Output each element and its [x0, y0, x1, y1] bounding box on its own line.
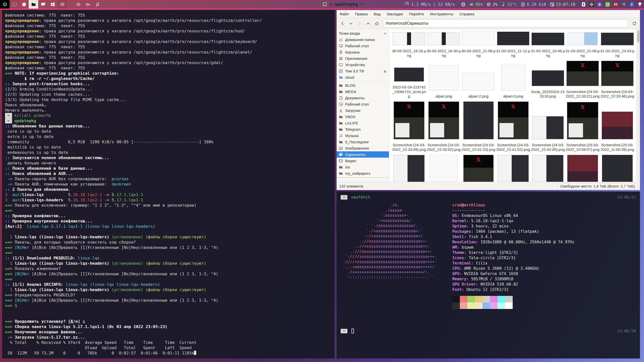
workspace-terminal-icon[interactable] — [10, 0, 19, 9]
forward-button[interactable] — [356, 20, 363, 27]
file-item[interactable]: alpari-3.png — [496, 61, 531, 102]
sidebar-item-12[interactable]: Загрузки — [337, 107, 389, 114]
sidebar-item-11[interactable]: Рабочий стол — [337, 101, 389, 107]
tray-shield-icon[interactable] — [581, 2, 586, 7]
menu-item-4[interactable]: Перейти — [409, 12, 424, 16]
file-item[interactable]: Screenshot-(24-03-2022_22:41:52).png — [496, 102, 531, 155]
menu-item-2[interactable]: Вид — [374, 12, 381, 16]
menu-item-3[interactable]: Закладки — [387, 12, 403, 16]
file-item[interactable] — [565, 155, 600, 182]
terminal-updatepkg[interactable]: файловая система: 775 пакет: 755предупре… — [2, 10, 335, 358]
sidebar-header[interactable]: Точки входа — [337, 30, 389, 36]
file-item[interactable] — [531, 155, 565, 182]
file-item[interactable]: 31-03-2022_11-12.png — [496, 31, 531, 61]
file-item[interactable]: Screenshot-(25-03-2022_10:59:07).png — [565, 102, 600, 155]
scrollbar-thumb[interactable] — [637, 31, 639, 42]
file-item[interactable]: Screenshot-(24-03-2022_22:41:23).png — [461, 102, 496, 155]
file-item[interactable]: 31-03-2022_16-46.png — [531, 31, 565, 61]
file-item[interactable]: 31-03-2022_21-08.png — [565, 31, 600, 61]
file-item[interactable] — [600, 155, 635, 182]
sidebar-item-14[interactable]: LinLIFE — [337, 120, 389, 126]
file-item[interactable]: Screenshot-(24-03-2022_22:33:46).png — [600, 61, 635, 102]
network-speed-module[interactable]: 1.3 MB/s | 22 KB/s — [405, 0, 455, 9]
workspace-firefox-icon[interactable] — [19, 0, 29, 9]
menu-item-6[interactable]: Справка — [460, 12, 474, 16]
file-item[interactable]: 30-03-2022_16-29.png — [392, 31, 426, 61]
path-bar[interactable]: /home/crud/Скриншоты — [383, 19, 628, 27]
file-item[interactable]: 2022-03-24-223742_1308x710_scrot.png — [392, 61, 426, 102]
home-button[interactable] — [373, 20, 380, 27]
clock-module[interactable]: 23:07:10 — [550, 2, 575, 7]
workspace-code-icon[interactable] — [73, 0, 83, 9]
workspace-key-icon[interactable] — [83, 0, 93, 9]
file-item[interactable]: alpari-2.png — [461, 61, 496, 102]
file-item[interactable]: Screenshot-(24-03-2022_22:33:52).png — [426, 102, 461, 155]
file-item[interactable]: Screenshot-(24-03-2022_22:42:05).png — [531, 102, 565, 155]
sidebar-item-5[interactable]: Том 3,0 ТВ — [337, 68, 389, 74]
menu-item-1[interactable]: Правка — [355, 12, 368, 16]
workspace-power-icon[interactable] — [0, 0, 10, 9]
sidebar-item-3[interactable]: Приложения — [337, 55, 389, 62]
menu-item-0[interactable]: Файл — [340, 12, 349, 16]
workspace-chat-icon[interactable] — [38, 0, 48, 9]
sidebar-item-15[interactable]: Telegram — [337, 126, 389, 132]
file-item[interactable]: Screenshot-(25-03-2022_11:00:39).png — [600, 102, 635, 155]
tray-mega-icon[interactable] — [613, 2, 618, 7]
terminal-line: файловая система: 775 пакет: 755 — [5, 55, 335, 60]
up-button[interactable] — [364, 20, 372, 27]
tray-teal-triangle-icon[interactable] — [621, 2, 626, 7]
file-item[interactable] — [426, 155, 461, 182]
tray-bulb-icon[interactable] — [637, 2, 642, 7]
tray-arrow-up-circle-icon[interactable] — [597, 2, 602, 7]
workspace-windows-icon[interactable] — [48, 0, 57, 9]
sidebar-item-21[interactable]: iso — [337, 164, 389, 170]
history-dropdown-button[interactable] — [347, 20, 355, 27]
memory-module[interactable]: 6.29 GiB — [520, 2, 546, 7]
file-item[interactable]: 31-03-2022_23-03.png — [600, 31, 635, 61]
sidebar-item-10[interactable]: Документы — [337, 95, 389, 101]
sidebar-item-18[interactable]: Изображения — [337, 145, 389, 151]
palette-swatch — [505, 302, 513, 309]
file-item[interactable]: alpari.png — [426, 61, 461, 102]
tray-info-icon[interactable] — [629, 2, 634, 7]
temperature-module[interactable]: 33°C — [501, 2, 517, 7]
tray-diamond-icon[interactable] — [589, 2, 594, 7]
sidebar-item-label: Домашняя папка — [345, 37, 375, 42]
sidebar-item-22[interactable]: my_wallpapers — [337, 170, 389, 176]
menu-item-5[interactable]: Инструменты — [430, 12, 454, 16]
sidebar-item-19[interactable]: Скриншоты — [337, 151, 389, 158]
file-name: alpari-3.png — [496, 94, 530, 102]
terminal-neofetch[interactable]: ~ neofetch 23:06:52 ./o. ./sssso- `:osss… — [337, 192, 640, 358]
sidebar-item-0[interactable]: Домашняя папка — [337, 36, 389, 43]
sidebar-item-13[interactable]: VBOX — [337, 114, 389, 120]
eject-icon[interactable] — [383, 69, 387, 73]
back-button[interactable] — [339, 20, 346, 27]
file-item[interactable]: Screenshot-(24-03-2022_22:33:21).png — [565, 61, 600, 102]
sidebar-item-16[interactable]: Музыка — [337, 132, 389, 139]
file-item[interactable]: ksnip_20220323-130133.png — [531, 61, 565, 102]
sidebar-item-9[interactable]: MEGA — [337, 88, 389, 95]
file-item[interactable]: Screenshot-(24-03-2022_22:33:49).png — [392, 102, 426, 155]
file-item[interactable]: 30-03-2022_21-56.png — [461, 31, 496, 61]
sidebar-item-6[interactable]: cloud — [337, 74, 389, 80]
workspace-music-icon[interactable] — [93, 0, 102, 9]
file-item[interactable] — [392, 155, 426, 182]
sidebar-item-2[interactable]: Корзина — [337, 49, 389, 55]
file-list-scrollbar[interactable] — [636, 29, 640, 182]
workspace-folder-icon[interactable] — [29, 0, 38, 9]
tray-green-grid-icon[interactable] — [605, 2, 610, 7]
file-item[interactable] — [461, 155, 496, 182]
workspace-image-icon[interactable] — [57, 0, 67, 9]
sidebar-item-4[interactable]: Устройства — [337, 62, 389, 68]
sidebar-item-17[interactable]: 0_Последнее — [337, 139, 389, 145]
reload-button[interactable] — [630, 20, 638, 27]
sidebar-item-1[interactable]: Рабочий стол — [337, 43, 389, 49]
file-item[interactable] — [496, 155, 531, 182]
file-name: 31-03-2022_23-03.png — [600, 49, 634, 61]
network-globe-module[interactable] — [461, 2, 466, 7]
volume-module[interactable]: 80% — [469, 2, 483, 7]
file-item[interactable]: 30-03-2022_16-30.png — [426, 31, 461, 61]
cpu-module[interactable]: 2% — [486, 2, 497, 7]
sidebar-item-8[interactable]: BLOG — [337, 82, 389, 88]
sidebar-item-20[interactable]: Видео — [337, 158, 389, 164]
